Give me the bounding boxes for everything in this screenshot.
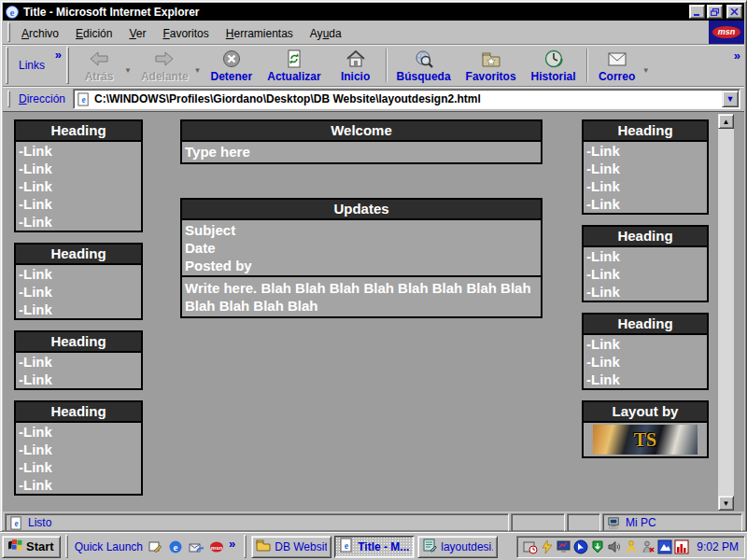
link-item[interactable]: -Link — [16, 353, 141, 371]
link-item[interactable]: -Link — [16, 177, 141, 195]
scheduler-icon[interactable] — [523, 539, 538, 554]
svg-text:e: e — [14, 519, 18, 528]
toolbar-button-refresh[interactable]: Actualizar — [260, 45, 328, 86]
links-band-grip[interactable] — [6, 47, 8, 84]
link-item[interactable]: -Link — [584, 160, 707, 177]
welcome-box: Welcome Type here — [180, 119, 543, 164]
start-button[interactable]: Start — [2, 536, 61, 558]
restore-button[interactable] — [707, 5, 723, 19]
link-item[interactable]: -Link — [16, 301, 141, 318]
toolbar-button-mail[interactable]: Correo — [590, 45, 644, 86]
menu-item[interactable]: Ver — [120, 24, 154, 43]
outlook-express-icon[interactable] — [188, 539, 204, 555]
links-band[interactable]: Links » — [11, 45, 63, 86]
pointer-icon[interactable] — [573, 539, 588, 554]
task-button[interactable]: e Title - M... — [334, 536, 415, 558]
msn-icon[interactable]: msn — [208, 539, 225, 555]
close-button[interactable] — [726, 5, 742, 19]
link-item[interactable]: -Link — [584, 177, 707, 195]
left-column: Heading -Link-Link-Link-Link-Link Headin… — [14, 112, 143, 496]
link-item[interactable]: -Link — [584, 371, 707, 388]
favorites-icon — [481, 48, 501, 69]
address-dropdown-button[interactable]: ▼ — [722, 91, 739, 107]
layout-by-image: TS — [593, 425, 698, 455]
show-desktop-icon[interactable] — [147, 539, 163, 555]
address-url[interactable]: C:\WINDOWS\Profiles\Giordano\Desktop\DB … — [94, 92, 481, 105]
scroll-up-icon[interactable]: ▲ — [718, 114, 734, 129]
msn-logo[interactable]: msn — [709, 21, 744, 44]
menu-item[interactable]: Ayuda — [302, 24, 350, 43]
menubar-grip[interactable] — [7, 22, 10, 42]
toolbar-button-back-arrow[interactable]: Atrás — [72, 45, 126, 86]
link-item[interactable]: -Link — [16, 441, 141, 458]
power-icon[interactable] — [540, 539, 555, 554]
quick-launch-chevron-icon[interactable]: » — [229, 537, 235, 551]
toolbar-button-home[interactable]: Inicio — [329, 45, 383, 86]
toolbar-grip[interactable] — [66, 47, 69, 84]
paint-icon[interactable] — [657, 539, 672, 554]
svg-text:e: e — [10, 7, 15, 18]
toolbar-button-favorites[interactable]: Favoritos — [458, 45, 524, 86]
norton-icon[interactable] — [590, 539, 605, 554]
menu-item[interactable]: Favoritos — [154, 24, 217, 43]
vertical-scrollbar[interactable]: ▲ ▼ — [718, 114, 734, 511]
link-item[interactable]: -Link — [16, 458, 141, 476]
volume-icon[interactable] — [607, 539, 622, 554]
svg-text:e: e — [81, 95, 85, 105]
taskbar-grip-2[interactable] — [244, 535, 247, 558]
taskbar-grip-1[interactable] — [65, 535, 68, 558]
security-zone-pane: Mi PC — [602, 513, 742, 532]
updates-meta-line: Posted by — [182, 257, 541, 274]
links-chevron-icon[interactable]: » — [55, 48, 62, 62]
scroll-down-icon[interactable]: ▼ — [718, 496, 734, 511]
task-button[interactable]: layoutdesi... — [417, 536, 498, 558]
link-item[interactable]: -Link — [584, 247, 707, 265]
updates-body: Write here. Blah Blah Blah Blah Blah Bla… — [182, 277, 541, 316]
menu-item[interactable]: Archivo — [13, 24, 67, 43]
center-column: Welcome Type here Updates SubjectDatePos… — [180, 112, 543, 318]
link-item[interactable]: -Link — [584, 142, 707, 160]
nav-box: Heading -Link-Link-Link — [582, 313, 709, 390]
link-item[interactable]: -Link — [16, 160, 141, 177]
history-icon — [543, 48, 564, 69]
page-content: Heading -Link-Link-Link-Link-Link Headin… — [3, 111, 744, 511]
link-item[interactable]: -Link — [16, 213, 141, 231]
addressbar-grip[interactable] — [7, 91, 10, 107]
my-computer-icon — [607, 516, 621, 530]
nav-box-heading: Heading — [16, 332, 141, 353]
nav-box: Heading -Link-Link-Link-Link-Link — [14, 119, 143, 232]
chart-icon[interactable] — [674, 539, 689, 554]
link-item[interactable]: -Link — [16, 195, 141, 213]
toolbar-button-stop[interactable]: Detener — [204, 45, 261, 86]
page-icon: e — [77, 92, 91, 106]
ie-logo-icon: e — [5, 5, 20, 20]
toolbar-button-forward-arrow[interactable]: Adelante — [134, 45, 196, 86]
link-item[interactable]: -Link — [16, 142, 141, 160]
link-item[interactable]: -Link — [584, 283, 707, 301]
toolbar-chevron-icon[interactable]: » — [734, 49, 740, 63]
link-item[interactable]: -Link — [584, 353, 707, 371]
link-item[interactable]: -Link — [16, 283, 141, 301]
layout-by-heading: Layout by — [584, 402, 707, 423]
menu-item[interactable]: Edición — [67, 24, 120, 43]
link-item[interactable]: -Link — [16, 423, 141, 441]
link-item[interactable]: -Link — [584, 265, 707, 283]
display-icon[interactable] — [557, 539, 571, 554]
link-item[interactable]: -Link — [584, 195, 707, 213]
internet-explorer-icon[interactable]: e — [167, 539, 184, 555]
menubar: ArchivoEdiciónVerFavoritosHerramientasAy… — [3, 21, 744, 45]
minimize-button[interactable] — [689, 5, 705, 19]
address-field[interactable]: e C:\WINDOWS\Profiles\Giordano\Desktop\D… — [73, 89, 740, 109]
toolbar-button-search[interactable]: Búsqueda — [389, 45, 458, 86]
link-item[interactable]: -Link — [584, 335, 707, 353]
link-item[interactable]: -Link — [16, 265, 141, 283]
link-item[interactable]: -Link — [16, 371, 141, 388]
status-pane: e Listo — [5, 513, 509, 532]
task-button[interactable]: DB Website — [251, 536, 331, 558]
toolbar-button-history[interactable]: Historial — [524, 45, 584, 86]
menu-item[interactable]: Herramientas — [218, 24, 302, 43]
messenger-icon[interactable] — [641, 539, 655, 554]
aim-icon[interactable] — [624, 539, 639, 554]
link-item[interactable]: -Link — [16, 476, 141, 494]
start-label: Start — [26, 539, 54, 553]
